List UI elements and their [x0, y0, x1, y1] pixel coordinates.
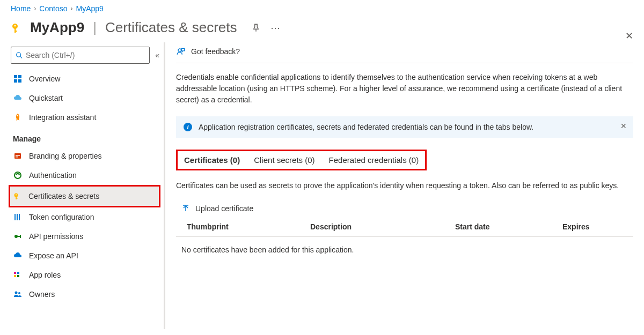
svg-rect-12 [16, 155, 20, 156]
people-icon [13, 289, 23, 299]
table-header: Thumbprint Description Start date Expire… [176, 218, 633, 237]
sidebar-item-label: Integration assistant [29, 113, 96, 122]
sidebar-item-label: Expose an API [29, 251, 78, 260]
sidebar-item-owners[interactable]: Owners [11, 285, 164, 304]
list-icon [13, 212, 23, 222]
svg-point-31 [178, 49, 181, 52]
breadcrumb-myapp[interactable]: MyApp9 [76, 4, 104, 13]
upload-label: Upload certificate [195, 204, 253, 213]
svg-point-10 [17, 115, 18, 116]
tab-certificates[interactable]: Certificates (0) [184, 155, 240, 165]
svg-rect-26 [17, 272, 19, 274]
svg-rect-20 [17, 214, 18, 220]
sidebar-item-label: Overview [29, 75, 60, 83]
search-icon [16, 51, 23, 59]
sidebar-item-integration[interactable]: Integration assistant [11, 108, 164, 127]
svg-rect-1 [14, 28, 16, 33]
title-divider: | [93, 19, 97, 36]
chevron-right-icon: › [34, 5, 36, 12]
svg-rect-9 [18, 79, 21, 83]
sidebar-item-api-permissions[interactable]: API permissions [11, 227, 164, 246]
svg-rect-11 [14, 153, 21, 159]
search-box[interactable] [11, 47, 150, 64]
close-icon[interactable]: ✕ [625, 30, 633, 42]
sidebar-item-authentication[interactable]: Authentication [11, 166, 164, 185]
roles-icon [13, 270, 23, 280]
sidebar-section-manage: Manage [11, 127, 164, 146]
svg-rect-7 [18, 75, 21, 78]
sidebar-item-label: Owners [29, 290, 55, 299]
more-icon[interactable]: ⋯ [270, 23, 281, 33]
sidebar-item-app-roles[interactable]: App roles [11, 265, 164, 285]
tab-description: Certificates can be used as secrets to p… [176, 170, 633, 198]
collapse-icon[interactable]: « [155, 51, 157, 59]
tabs-highlight: Certificates (0) Client secrets (0) Fede… [176, 150, 427, 170]
auth-icon [13, 170, 23, 180]
breadcrumb-home[interactable]: Home [11, 4, 31, 13]
tab-client-secrets[interactable]: Client secrets (0) [254, 155, 314, 165]
sidebar-item-label: Certificates & secrets [28, 192, 99, 200]
sidebar-item-branding[interactable]: Branding & properties [11, 146, 164, 166]
svg-point-18 [16, 195, 17, 196]
col-thumbprint: Thumbprint [187, 222, 310, 231]
empty-state: No certificates have been added for this… [176, 237, 633, 263]
svg-rect-13 [16, 157, 18, 158]
sidebar-item-overview[interactable]: Overview [11, 69, 164, 88]
sidebar-item-label: Branding & properties [29, 152, 101, 160]
sidebar-item-certificates[interactable]: Certificates & secrets [10, 187, 159, 206]
svg-rect-19 [14, 214, 16, 220]
dismiss-icon[interactable]: ✕ [620, 122, 627, 130]
permission-icon [13, 232, 23, 241]
svg-rect-27 [14, 275, 16, 277]
col-description: Description [310, 222, 455, 231]
page-title: MyApp9 [30, 19, 84, 36]
chevron-right-icon: › [71, 5, 73, 12]
svg-rect-8 [14, 79, 17, 83]
breadcrumb-contoso[interactable]: Contoso [39, 4, 67, 13]
feedback-label: Got feedback? [191, 47, 240, 56]
breadcrumb: Home › Contoso › MyApp9 [0, 0, 644, 15]
cloud-expose-icon [13, 251, 23, 260]
sidebar-item-label: App roles [29, 271, 61, 279]
sidebar: « Overview Quickstart Integration assist… [0, 42, 165, 329]
rocket-icon [13, 113, 23, 122]
svg-rect-21 [19, 214, 20, 220]
feedback-icon [176, 47, 186, 56]
search-input[interactable] [26, 51, 145, 59]
cloud-icon [13, 93, 23, 103]
highlight-marker: Certificates & secrets [9, 185, 160, 207]
col-expires: Expires [562, 222, 628, 231]
upload-certificate-button[interactable]: Upload certificate [176, 198, 633, 218]
credentials-description: Credentials enable confidential applicat… [176, 63, 633, 116]
sidebar-item-quickstart[interactable]: Quickstart [11, 88, 164, 108]
svg-point-14 [14, 172, 21, 178]
sidebar-item-label: Token configuration [29, 213, 94, 221]
info-banner: i Application registration certificates,… [176, 116, 633, 138]
svg-rect-6 [14, 75, 17, 78]
main-content: Got feedback? Credentials enable confide… [165, 42, 644, 329]
pin-icon[interactable] [251, 23, 261, 33]
svg-rect-17 [16, 198, 18, 199]
svg-rect-25 [14, 272, 16, 274]
feedback-button[interactable]: Got feedback? [176, 47, 633, 63]
svg-point-30 [18, 292, 20, 294]
info-banner-text: Application registration certificates, s… [199, 123, 533, 131]
key-icon [11, 21, 24, 34]
svg-line-5 [20, 56, 22, 58]
sidebar-item-label: API permissions [29, 232, 83, 241]
sidebar-item-expose-api[interactable]: Expose an API [11, 246, 164, 265]
svg-point-4 [17, 53, 21, 57]
tab-federated[interactable]: Federated credentials (0) [329, 155, 419, 165]
upload-icon [181, 204, 190, 213]
grid-icon [13, 74, 23, 84]
col-start-date: Start date [455, 222, 562, 231]
info-icon: i [184, 123, 192, 131]
sidebar-item-token[interactable]: Token configuration [11, 207, 164, 227]
svg-rect-2 [14, 31, 17, 32]
svg-rect-24 [20, 235, 21, 238]
svg-point-3 [14, 25, 16, 26]
page-header: MyApp9 | Certificates & secrets ⋯ [0, 15, 644, 42]
key-icon [12, 191, 22, 201]
sidebar-item-label: Quickstart [29, 94, 63, 102]
tag-icon [13, 151, 23, 161]
